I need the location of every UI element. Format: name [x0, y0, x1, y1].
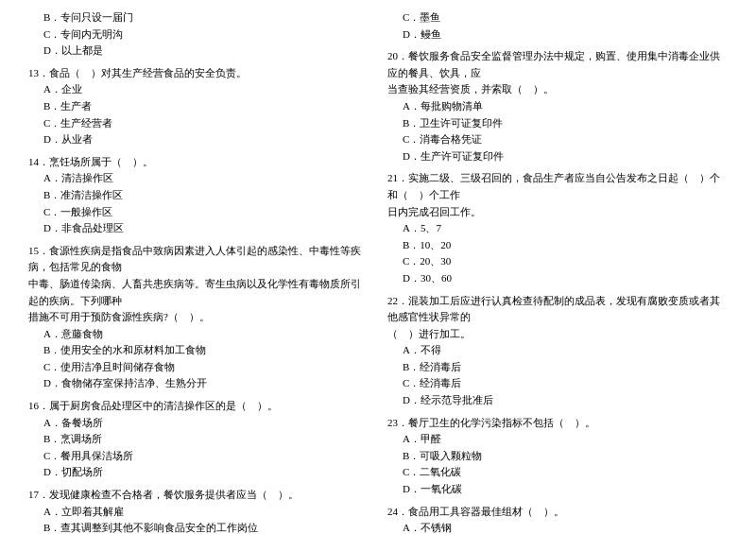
question-line: D．生产许可证复印件 — [387, 148, 728, 165]
page-container: B．专问只设一届门C．专间内无明沟D．以上都是13．食品（ ）对其生产经营食品的… — [28, 9, 728, 534]
question-block-left-1: 13．食品（ ）对其生产经营食品的安全负责。A．企业B．生产者C．生产经营者D．… — [28, 65, 369, 148]
question-line: B．使用安全的水和原材料加工食物 — [28, 342, 369, 359]
question-line: 23．餐厅卫生的化学污染指标不包括（ ）。 — [387, 415, 728, 432]
question-line: 20．餐饮服务食品安全监督管理办法中规定，购置、使用集中消毒企业供应的餐具、饮具… — [387, 48, 728, 81]
question-line: 中毒、肠道传染病、人畜共患疾病等。寄生虫病以及化学性有毒物质所引起的疾病。下列哪… — [28, 276, 369, 309]
question-line: C．墨鱼 — [387, 9, 728, 26]
question-line: C．经消毒后 — [387, 375, 728, 392]
question-line: C．使用洁净且时间储存食物 — [28, 359, 369, 376]
question-line: 24．食品用工具容器最佳组材（ ）。 — [387, 504, 728, 521]
question-block-right-2: 21．实施二级、三级召回的，食品生产者应当自公告发布之日起（ ）个和（ ）个工作… — [387, 170, 728, 286]
question-line: 日内完成召回工作。 — [387, 204, 728, 221]
question-line: B．经消毒后 — [387, 359, 728, 376]
question-line: D．食物储存室保持洁净、生熟分开 — [28, 375, 369, 392]
question-line: C．一般操作区 — [28, 204, 369, 221]
question-line: 15．食源性疾病是指食品中致病因素进入人体引起的感染性、中毒性等疾病，包括常见的… — [28, 243, 369, 276]
question-line: A．意藤食物 — [28, 326, 369, 343]
question-line: B．专问只设一届门 — [28, 9, 369, 26]
question-line: B．生产者 — [28, 98, 369, 115]
question-line: 16．属于厨房食品处理区中的清洁操作区的是（ ）。 — [28, 398, 369, 415]
question-line: D．切配场所 — [28, 464, 369, 481]
question-line: C．消毒合格凭证 — [387, 131, 728, 148]
question-block-left-4: 16．属于厨房食品处理区中的清洁操作区的是（ ）。A．备餐场所B．烹调场所C．餐… — [28, 398, 369, 481]
question-line: A．清洁操作区 — [28, 170, 369, 187]
question-line: C．二氧化碳 — [387, 464, 728, 481]
question-line: B．可吸入颗粒物 — [387, 448, 728, 465]
question-line: 21．实施二级、三级召回的，食品生产者应当自公告发布之日起（ ）个和（ ）个工作 — [387, 170, 728, 203]
question-line: A．不得 — [387, 342, 728, 359]
question-block-left-0: B．专问只设一届门C．专间内无明沟D．以上都是 — [28, 9, 369, 60]
question-line: D．非食品处理区 — [28, 220, 369, 237]
two-column-layout: B．专问只设一届门C．专间内无明沟D．以上都是13．食品（ ）对其生产经营食品的… — [28, 9, 728, 534]
question-line: A．企业 — [28, 81, 369, 98]
question-line: 当查验其经营资质，并索取（ ）。 — [387, 81, 728, 98]
question-line: C．专间内无明沟 — [28, 26, 369, 43]
question-line: D．以上都是 — [28, 43, 369, 60]
question-block-left-3: 15．食源性疾病是指食品中致病因素进入人体引起的感染性、中毒性等疾病，包括常见的… — [28, 243, 369, 392]
question-block-right-5: 24．食品用工具容器最佳组材（ ）。A．不锈钢B．木制品C．竹制品D．塑料品 — [387, 504, 728, 534]
question-line: D．一氧化碳 — [387, 481, 728, 498]
question-line: C．生产经营者 — [28, 115, 369, 132]
right-column: C．墨鱼D．鳗鱼20．餐饮服务食品安全监督管理办法中规定，购置、使用集中消毒企业… — [387, 9, 728, 534]
question-line: A．备餐场所 — [28, 415, 369, 432]
question-line: A．甲醛 — [387, 431, 728, 448]
question-line: D．从业者 — [28, 131, 369, 148]
question-line: C．餐用具保洁场所 — [28, 448, 369, 465]
question-line: B．卫生许可证复印件 — [387, 115, 728, 132]
question-line: A．每批购物清单 — [387, 98, 728, 115]
question-line: A．不锈钢 — [387, 520, 728, 534]
question-block-right-0: C．墨鱼D．鳗鱼 — [387, 9, 728, 43]
question-line: B．准清洁操作区 — [28, 187, 369, 204]
question-block-right-1: 20．餐饮服务食品安全监督管理办法中规定，购置、使用集中消毒企业供应的餐具、饮具… — [387, 48, 728, 164]
question-block-right-4: 23．餐厅卫生的化学污染指标不包括（ ）。A．甲醛B．可吸入颗粒物C．二氧化碳D… — [387, 415, 728, 498]
question-line: 22．混装加工后应进行认真检查待配制的成品表，发现有腐败变质或者其他感官性状异常… — [387, 293, 728, 326]
question-line: B．烹调场所 — [28, 431, 369, 448]
question-line: C．20、30 — [387, 253, 728, 270]
question-line: B．10、20 — [387, 237, 728, 254]
question-block-right-3: 22．混装加工后应进行认真检查待配制的成品表，发现有腐败变质或者其他感官性状异常… — [387, 293, 728, 409]
question-block-left-2: 14．烹饪场所属于（ ）。A．清洁操作区B．准清洁操作区C．一般操作区D．非食品… — [28, 154, 369, 237]
question-line: D．鳗鱼 — [387, 26, 728, 43]
question-line: B．查其调整到其他不影响食品安全的工作岗位 — [28, 520, 369, 534]
question-line: D．30、60 — [387, 270, 728, 287]
question-line: 14．烹饪场所属于（ ）。 — [28, 154, 369, 171]
question-line: 13．食品（ ）对其生产经营食品的安全负责。 — [28, 65, 369, 82]
question-line: D．经示范导批准后 — [387, 392, 728, 409]
question-line: （ ）进行加工。 — [387, 326, 728, 343]
question-line: 措施不可用于预防食源性疾病?（ ）。 — [28, 309, 369, 326]
question-block-left-5: 17．发现健康检查不合格者，餐饮服务提供者应当（ ）。A．立即着其解雇B．查其调… — [28, 487, 369, 534]
left-column: B．专问只设一届门C．专间内无明沟D．以上都是13．食品（ ）对其生产经营食品的… — [28, 9, 369, 534]
question-line: 17．发现健康检查不合格者，餐饮服务提供者应当（ ）。 — [28, 487, 369, 504]
question-line: A．5、7 — [387, 220, 728, 237]
question-line: A．立即着其解雇 — [28, 504, 369, 521]
